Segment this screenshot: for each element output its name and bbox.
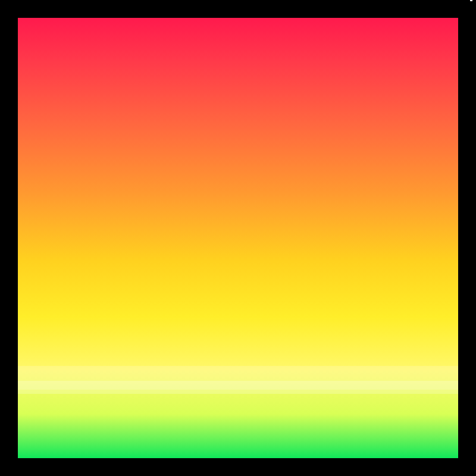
watermark bbox=[470, 0, 472, 1]
chart-svg bbox=[0, 0, 476, 476]
